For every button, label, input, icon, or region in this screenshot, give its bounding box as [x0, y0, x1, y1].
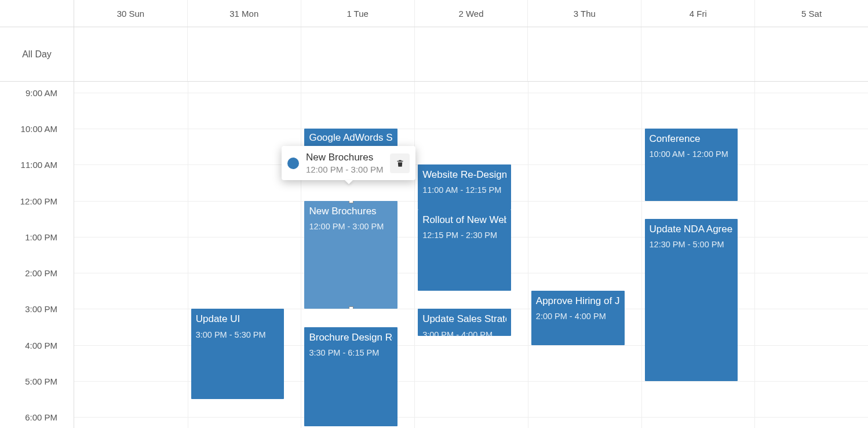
calendar-week-view: 30 Sun 31 Mon 1 Tue 2 Wed 3 Thu 4 Fri 5 … [0, 0, 868, 428]
appointment-time: 12:15 PM - 2:30 PM [422, 230, 506, 241]
appointment-time: 11:00 AM - 12:15 PM [422, 185, 506, 196]
appointment-color-dot-icon [287, 158, 299, 169]
grid-hour-line [74, 129, 868, 129]
allday-cell[interactable] [755, 27, 868, 81]
appointment-title: Update UI [196, 313, 280, 325]
appointment-time: 3:30 PM - 6:15 PM [309, 347, 393, 359]
time-label: 5:00 PM [25, 376, 57, 386]
time-label: 10:00 AM [21, 123, 57, 133]
time-label: 11:00 AM [21, 160, 57, 170]
allday-label: All Day [0, 27, 74, 81]
grid-col-line [528, 82, 528, 428]
time-label: 12:00 PM [20, 196, 57, 206]
grid-col-line [188, 82, 188, 428]
time-axis: 9:00 AM10:00 AM11:00 AM12:00 PM1:00 PM2:… [0, 82, 74, 428]
grid-col-line [754, 82, 755, 428]
time-label: 9:00 AM [25, 87, 57, 97]
appointment-title: New Brochures [309, 205, 393, 218]
day-header-tue[interactable]: 1 Tue [301, 0, 415, 27]
time-col-spacer [0, 0, 74, 27]
appointment[interactable]: Website Re-Design Plan11:00 AM - 12:15 P… [418, 164, 511, 210]
tooltip-title: New Brochures [306, 152, 383, 163]
appointment-title: Brochure Design Review [309, 331, 393, 344]
day-header-mon[interactable]: 31 Mon [188, 0, 301, 27]
allday-cell[interactable] [641, 27, 755, 81]
day-header-fri[interactable]: 4 Fri [641, 0, 755, 27]
allday-cell[interactable] [188, 27, 301, 81]
allday-cell[interactable] [74, 27, 188, 81]
appointment[interactable]: Brochure Design Review3:30 PM - 6:15 PM [304, 327, 397, 426]
time-label: 4:00 PM [25, 340, 57, 350]
day-header-sun[interactable]: 30 Sun [74, 0, 188, 27]
appointment[interactable]: Update UI3:00 PM - 5:30 PM [191, 309, 285, 399]
grid-hour-line [74, 417, 868, 418]
appointment-title: Approve Hiring of John [536, 295, 620, 308]
resize-handle-bottom[interactable] [349, 306, 353, 309]
grid-col-line [641, 82, 642, 428]
grid-hour-line [74, 93, 868, 93]
time-label: 3:00 PM [25, 304, 57, 314]
appointment-time: 12:30 PM - 5:00 PM [650, 239, 734, 250]
appointment[interactable]: Approve Hiring of John2:00 PM - 4:00 PM [531, 291, 625, 345]
appointment-title: Rollout of New Website [422, 214, 506, 226]
time-label: 2:00 PM [25, 268, 57, 278]
appointment[interactable]: Update Sales Strategy3:00 PM - 4:00 PM [418, 309, 511, 336]
allday-cell[interactable] [301, 27, 415, 81]
appointment-title: Google AdWords Strategy [309, 131, 393, 144]
appointment[interactable]: New Brochures12:00 PM - 3:00 PM [304, 201, 397, 309]
allday-cell[interactable] [528, 27, 641, 81]
resize-handle-top[interactable] [349, 201, 353, 203]
appointment-title: Conference [650, 133, 734, 145]
time-label: 6:00 PM [25, 412, 57, 422]
appointment[interactable]: Conference10:00 AM - 12:00 PM [645, 129, 738, 201]
allday-row: All Day [0, 27, 868, 82]
day-header-wed[interactable]: 2 Wed [415, 0, 528, 27]
appointment[interactable]: Update NDA Agreement12:30 PM - 5:00 PM [645, 219, 738, 381]
grid-col-line [301, 82, 301, 428]
day-header-thu[interactable]: 3 Thu [528, 0, 641, 27]
appointment-title: Update Sales Strategy [422, 313, 506, 325]
day-header-sat[interactable]: 5 Sat [755, 0, 868, 27]
delete-appointment-button[interactable] [390, 153, 410, 173]
day-header-row: 30 Sun 31 Mon 1 Tue 2 Wed 3 Thu 4 Fri 5 … [0, 0, 868, 27]
appointment-time: 3:00 PM - 5:30 PM [196, 330, 280, 341]
appointment-time: 10:00 AM - 12:00 PM [650, 149, 734, 160]
appointment-title: Website Re-Design Plan [422, 169, 506, 181]
appointment-time: 3:00 PM - 4:00 PM [422, 330, 506, 336]
appointment-tooltip: New Brochures 12:00 PM - 3:00 PM [282, 146, 415, 180]
trash-icon [396, 159, 404, 168]
time-label: 1:00 PM [25, 232, 57, 242]
tooltip-text: New Brochures 12:00 PM - 3:00 PM [306, 152, 383, 174]
time-grid[interactable]: 9:00 AM10:00 AM11:00 AM12:00 PM1:00 PM2:… [0, 82, 868, 428]
tooltip-time: 12:00 PM - 3:00 PM [306, 164, 383, 174]
appointment-time: 2:00 PM - 4:00 PM [536, 311, 620, 322]
appointment[interactable]: Rollout of New Website12:15 PM - 2:30 PM [418, 210, 511, 291]
grid-cells[interactable]: Update UI3:00 PM - 5:30 PMGoogle AdWords… [74, 82, 868, 428]
appointment-title: Update NDA Agreement [650, 223, 734, 236]
grid-col-line [414, 82, 415, 428]
allday-cell[interactable] [415, 27, 528, 81]
appointment-time: 12:00 PM - 3:00 PM [309, 221, 393, 232]
